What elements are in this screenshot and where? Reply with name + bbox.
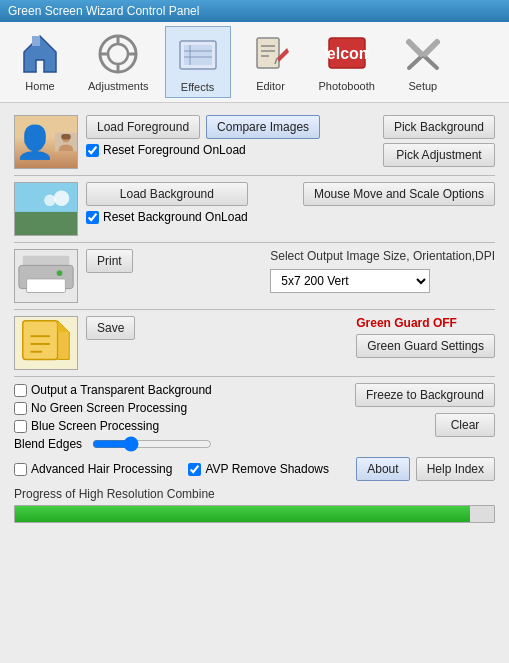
svg-rect-29 [15,212,77,235]
green-guard-status: Green Guard OFF [356,316,495,330]
blend-edges-slider[interactable] [92,437,212,451]
svg-rect-36 [23,321,58,360]
reset-foreground-label: Reset Foreground OnLoad [103,143,246,157]
progress-bar-fill [15,506,470,522]
adjustments-icon [94,30,142,78]
blend-edges-label: Blend Edges [14,437,84,451]
adjustments-label: Adjustments [88,80,149,92]
reset-foreground-row: Reset Foreground OnLoad [86,143,320,157]
separator-1 [14,175,495,176]
editor-label: Editor [256,80,285,92]
svg-rect-32 [23,256,70,266]
blue-screen-label: Blue Screen Processing [31,419,159,433]
reset-background-row: Reset Background OnLoad [86,210,248,224]
toolbar-setup[interactable]: Setup [391,26,455,98]
save-section: Save Green Guard OFF Green Guard Setting… [14,316,495,370]
photobooth-label: Photobooth [319,80,375,92]
reset-foreground-checkbox[interactable] [86,144,99,157]
toolbar: Home Adjustments Effects [0,22,509,103]
compare-images-button[interactable]: Compare Images [206,115,320,139]
freeze-to-background-button[interactable]: Freeze to Background [355,383,495,407]
transparent-bg-row: Output a Transparent Background [14,383,212,397]
advanced-hair-row: Advanced Hair Processing [14,462,172,476]
separator-4 [14,376,495,377]
background-right: Mouse Move and Scale Options [303,182,495,206]
foreground-right: Pick Background Pick Adjustment [383,115,495,167]
effects-icon [174,31,222,79]
print-section: Print Select Output Image Size, Orientat… [14,249,495,303]
no-green-screen-checkbox[interactable] [14,402,27,415]
save-controls: Save [86,316,135,340]
green-guard-settings-button[interactable]: Green Guard Settings [356,334,495,358]
blue-screen-row: Blue Screen Processing [14,419,212,433]
foreground-btn-row: Load Foreground Compare Images [86,115,320,139]
svg-line-24 [425,42,437,54]
toolbar-editor[interactable]: Editor [239,26,303,98]
print-controls: Print [86,249,133,273]
blue-screen-checkbox[interactable] [14,420,27,433]
pick-background-button[interactable]: Pick Background [383,115,495,139]
separator-2 [14,242,495,243]
svg-rect-1 [32,36,40,46]
load-background-button[interactable]: Load Background [86,182,248,206]
svg-point-30 [54,191,70,207]
output-size-label: Select Output Image Size, Orientation,DP… [270,249,495,263]
editor-icon [247,30,295,78]
output-size-select[interactable]: 5x7 200 Vert 4x6 200 Horiz 8x10 300 Vert… [270,269,430,293]
main-content: Load Foreground Compare Images Reset For… [0,103,509,663]
avp-remove-label: AVP Remove Shadows [205,462,329,476]
background-thumbnail [14,182,78,236]
svg-point-35 [57,270,63,276]
foreground-controls: Load Foreground Compare Images Reset For… [86,115,320,157]
svg-rect-34 [27,279,66,293]
toolbar-effects[interactable]: Effects [165,26,231,98]
clear-button[interactable]: Clear [435,413,495,437]
save-right: Green Guard OFF Green Guard Settings [356,316,495,358]
toolbar-adjustments[interactable]: Adjustments [80,26,157,98]
toolbar-home[interactable]: Home [8,26,72,98]
background-section: Load Background Reset Background OnLoad … [14,182,495,236]
avp-remove-row: AVP Remove Shadows [188,462,329,476]
title-bar: Green Screen Wizard Control Panel [0,0,509,22]
background-controls: Load Background Reset Background OnLoad [86,182,248,224]
transparent-bg-label: Output a Transparent Background [31,383,212,397]
setup-icon [399,30,447,78]
reset-background-checkbox[interactable] [86,211,99,224]
save-thumbnail [14,316,78,370]
svg-text:Welcome: Welcome [325,45,369,62]
print-thumbnail [14,249,78,303]
print-button[interactable]: Print [86,249,133,273]
help-index-button[interactable]: Help Index [416,457,495,481]
avp-remove-checkbox[interactable] [188,463,201,476]
reset-background-label: Reset Background OnLoad [103,210,248,224]
svg-line-23 [409,42,421,54]
effects-label: Effects [181,81,214,93]
no-green-screen-row: No Green Screen Processing [14,401,212,415]
blend-edges-row: Blend Edges [14,437,212,451]
load-foreground-button[interactable]: Load Foreground [86,115,200,139]
transparent-bg-checkbox[interactable] [14,384,27,397]
svg-rect-9 [184,45,212,65]
setup-label: Setup [408,80,437,92]
home-label: Home [25,80,54,92]
advanced-hair-label: Advanced Hair Processing [31,462,172,476]
progress-bar-container [14,505,495,523]
print-right: Select Output Image Size, Orientation,DP… [270,249,495,293]
foreground-thumbnail [14,115,78,169]
about-button[interactable]: About [356,457,409,481]
svg-point-3 [108,44,128,64]
save-button[interactable]: Save [86,316,135,340]
progress-label: Progress of High Resolution Combine [14,487,495,501]
foreground-section: Load Foreground Compare Images Reset For… [14,115,495,169]
separator-3 [14,309,495,310]
mouse-scale-button[interactable]: Mouse Move and Scale Options [303,182,495,206]
advanced-hair-checkbox[interactable] [14,463,27,476]
pick-adjustment-button[interactable]: Pick Adjustment [383,143,495,167]
no-green-screen-label: No Green Screen Processing [31,401,187,415]
options-section: Output a Transparent Background No Green… [14,383,495,523]
svg-point-31 [44,194,56,206]
window-title: Green Screen Wizard Control Panel [8,4,199,18]
toolbar-photobooth[interactable]: Welcome Photobooth [311,26,383,98]
photobooth-icon: Welcome [323,30,371,78]
home-icon [16,30,64,78]
